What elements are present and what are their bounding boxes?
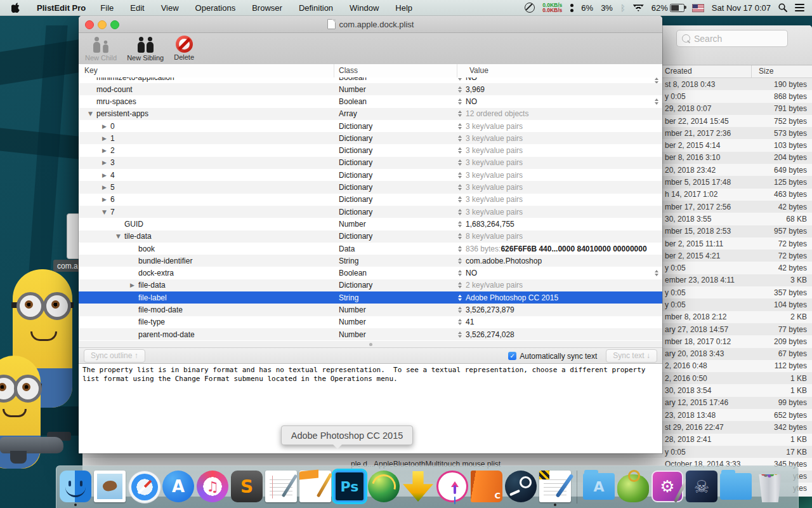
- menu-app-name[interactable]: PlistEdit Pro: [30, 3, 92, 13]
- value-stepper-icon[interactable]: [457, 147, 462, 154]
- disclosure-closed-icon[interactable]: ▶: [130, 282, 138, 288]
- value-stepper-icon[interactable]: [457, 172, 462, 178]
- plist-row-0[interactable]: ▶0Dictionary3 key/value pairs: [79, 120, 662, 132]
- notification-center-icon[interactable]: [795, 4, 804, 11]
- plist-row-file-type[interactable]: file-typeNumber41: [79, 316, 662, 328]
- dock-icon-photoshop[interactable]: Ps: [334, 468, 365, 506]
- disclosure-closed-icon[interactable]: ▶: [102, 135, 110, 142]
- plist-row-tile-data[interactable]: ▼tile-dataDictionary8 key/value pairs: [79, 231, 662, 243]
- plist-row-7[interactable]: ▼7Dictionary3 key/value pairs: [79, 206, 662, 218]
- dock-icon-system-prefs-stack[interactable]: ⚙: [652, 468, 683, 506]
- plist-row-persistent-apps[interactable]: ▼persistent-appsArray12 ordered objects: [79, 108, 662, 120]
- value-stepper-icon[interactable]: [457, 233, 462, 239]
- value-stepper-icon[interactable]: [457, 77, 462, 81]
- plist-row-file-mod-date[interactable]: file-mod-dateNumber3,526,273,879: [79, 304, 662, 316]
- plist-row-GUID[interactable]: GUIDNumber1,683,264,755: [79, 218, 662, 230]
- disclosure-open-icon[interactable]: ▼: [88, 110, 96, 117]
- value-stepper-icon[interactable]: [653, 77, 659, 83]
- plist-row-bundle-identifier[interactable]: bundle-identifierStringcom.adobe.Photosh…: [79, 255, 662, 267]
- plist-row-5[interactable]: ▶5Dictionary3 key/value pairs: [79, 181, 662, 193]
- dock-icon-download-manager[interactable]: [402, 468, 434, 506]
- cpu-percent[interactable]: 6%: [581, 3, 593, 13]
- dock-icon-earthdesk-globe[interactable]: [368, 468, 400, 506]
- value-stepper-icon[interactable]: [457, 123, 462, 130]
- menu-file[interactable]: File: [92, 3, 122, 13]
- bluetooth-icon[interactable]: ᛒ: [620, 3, 625, 13]
- plistedit-window[interactable]: com.apple.dock.plist New Child New Sibli…: [79, 16, 662, 453]
- network-speed-indicator[interactable]: 0.0KB/s 0.0KB/s: [542, 3, 562, 13]
- plist-row-parent-mod-date[interactable]: parent-mod-dateNumber3,526,274,028: [79, 328, 662, 340]
- dock-icon-trash[interactable]: [754, 468, 786, 506]
- value-stepper-icon[interactable]: [457, 184, 462, 190]
- plist-row-book[interactable]: bookData836 bytes: 626F6F6B 440...0000 8…: [79, 243, 662, 255]
- value-stepper-icon[interactable]: [457, 221, 462, 227]
- value-stepper-icon[interactable]: [653, 95, 659, 107]
- menu-clock[interactable]: Sat Nov 17 0:07: [712, 3, 771, 13]
- battery-indicator[interactable]: 62%: [652, 3, 684, 13]
- wifi-icon[interactable]: [633, 4, 644, 11]
- menu-definition[interactable]: Definition: [291, 3, 341, 13]
- new-sibling-button[interactable]: New Sibling: [127, 36, 164, 62]
- plist-row-file-data[interactable]: ▶file-dataDictionary2 key/value pairs: [79, 279, 662, 291]
- plist-row-4[interactable]: ▶4Dictionary3 key/value pairs: [79, 169, 662, 181]
- do-not-disturb-icon[interactable]: [525, 3, 535, 13]
- menu-window[interactable]: Window: [341, 3, 387, 13]
- disclosure-open-icon[interactable]: ▼: [102, 209, 110, 215]
- dots-menu-icon[interactable]: [570, 4, 573, 12]
- value-stepper-icon[interactable]: [457, 307, 462, 313]
- title-bar[interactable]: com.apple.dock.plist: [79, 16, 662, 33]
- value-stepper-icon[interactable]: [457, 209, 462, 215]
- dock-icon-pages[interactable]: [299, 468, 331, 506]
- dock-icon-documents-folder[interactable]: [720, 468, 752, 506]
- plist-row-mod-count[interactable]: mod-countNumber3,969: [79, 83, 662, 95]
- value-stepper-icon[interactable]: [457, 98, 462, 105]
- plist-row-dock-extra[interactable]: dock-extraBooleanNO: [79, 267, 662, 279]
- delete-button[interactable]: Delete: [174, 36, 194, 61]
- column-header-value[interactable]: Value: [469, 66, 488, 75]
- menu-browser[interactable]: Browser: [244, 3, 291, 13]
- menu-view[interactable]: View: [153, 3, 187, 13]
- dock-icon-safari[interactable]: [128, 468, 160, 506]
- column-header-class[interactable]: Class: [339, 66, 358, 75]
- spotlight-search-icon[interactable]: [778, 3, 787, 12]
- value-stepper-icon[interactable]: [457, 331, 462, 338]
- column-header-size[interactable]: Size: [759, 67, 773, 76]
- sync-outline-button[interactable]: Sync outline ↑: [84, 349, 145, 363]
- disclosure-closed-icon[interactable]: ▶: [102, 172, 110, 178]
- plist-row-6[interactable]: ▶6Dictionary3 key/value pairs: [79, 194, 662, 206]
- value-stepper-icon[interactable]: [457, 270, 462, 276]
- dock-icon-sublime-text[interactable]: S: [231, 468, 263, 506]
- disclosure-closed-icon[interactable]: ▶: [102, 159, 110, 166]
- value-stepper-icon[interactable]: [653, 267, 659, 279]
- disclosure-closed-icon[interactable]: ▶: [102, 123, 110, 130]
- plist-row-minimize-to-application[interactable]: minimize-to-applicationBooleanNO: [79, 77, 662, 83]
- value-stepper-icon[interactable]: [457, 246, 462, 252]
- value-stepper-icon[interactable]: [457, 135, 462, 142]
- dock-icon-green-bundle[interactable]: [617, 468, 649, 506]
- value-stepper-icon[interactable]: [457, 159, 462, 166]
- dock-icon-applications-folder[interactable]: A: [583, 468, 615, 506]
- value-stepper-icon[interactable]: [457, 295, 462, 301]
- value-stepper-icon[interactable]: [457, 258, 462, 264]
- disclosure-open-icon[interactable]: ▼: [116, 233, 124, 239]
- plist-row-2[interactable]: ▶2Dictionary3 key/value pairs: [79, 144, 662, 156]
- apple-menu[interactable]: [0, 3, 30, 13]
- menu-operations[interactable]: Operations: [187, 3, 244, 13]
- menu-edit[interactable]: Edit: [122, 3, 152, 13]
- dock-icon-itunes[interactable]: ♫: [197, 468, 228, 506]
- column-header-key[interactable]: Key: [84, 66, 98, 75]
- dock-icon-plistedit-pro[interactable]: [539, 468, 571, 506]
- auto-sync-checkbox[interactable]: ✓: [508, 352, 516, 360]
- dock-icon-dictionary-book[interactable]: C: [471, 468, 502, 506]
- mem-percent[interactable]: 3%: [601, 3, 613, 13]
- column-header-created[interactable]: Created: [665, 67, 692, 76]
- value-stepper-icon[interactable]: [457, 196, 462, 203]
- dock-icon-app-store[interactable]: A: [162, 468, 194, 506]
- disclosure-closed-icon[interactable]: ▶: [102, 147, 110, 154]
- us-flag-input-source-icon[interactable]: [692, 4, 704, 12]
- dock-icon-finder[interactable]: [60, 468, 91, 506]
- search-input[interactable]: Search: [676, 30, 788, 47]
- disclosure-closed-icon[interactable]: ▶: [102, 184, 110, 190]
- value-stepper-icon[interactable]: [457, 110, 462, 117]
- dock-icon-imazing[interactable]: [436, 468, 468, 506]
